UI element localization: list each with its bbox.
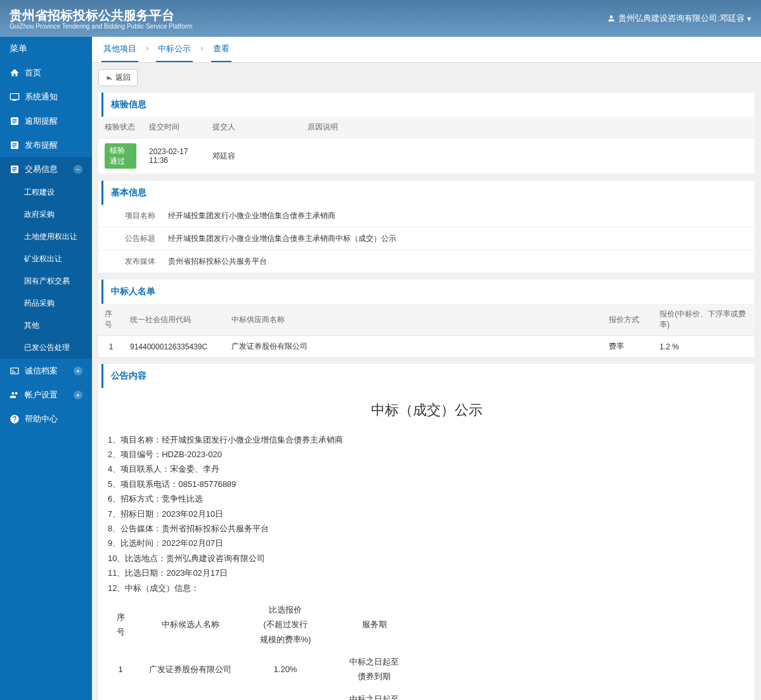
submenu-item-6[interactable]: 其他 [0,314,92,337]
app-title: 贵州省招标投标公共服务平台 [10,7,192,24]
info-row: 项目名称经开城投集团发行小微企业增信集合债券主承销商 [98,205,755,228]
sidebar: 菜单 首页系统通知逾期提醒发布提醒交易信息−工程建设政府采购土地使用权出让矿业权… [0,37,92,700]
submenu-item-5[interactable]: 药品采购 [0,292,92,314]
info-row: 公告标题经开城投集团发行小微企业增信集合债券主承销商中标（成交）公示 [98,228,755,250]
app-subtitle: GuiZhou Province Tendering and Bidding P… [10,23,192,30]
user-icon [607,14,616,23]
expand-icon: + [74,366,82,375]
announce-content: 中标（成交）公示 1、项目名称：经开城投集团发行小微企业增信集合债券主承销商2、… [98,388,755,700]
table-row: 191440000126335439C广发证券股份有限公司费率1.2 % [98,336,755,358]
sidebar-item-3[interactable]: 发布提醒 [0,133,92,157]
table-row: 1广发证券股份有限公司1.20%中标之日起至 债券到期 [108,651,425,688]
main-content: 其他项目›中标公示›查看 返回 核验信息 核验状态提交时间提交人原因说明 核验通… [92,37,761,700]
back-button[interactable]: 返回 [98,69,138,86]
users-icon [10,390,20,400]
panel-title-basic: 基本信息 [101,181,755,205]
verify-panel: 核验信息 核验状态提交时间提交人原因说明 核验通过 2023-02-17 11:… [98,93,755,174]
winners-panel: 中标人名单 序号统一社会信用代码中标供应商名称报价方式报价(中标价、下浮率或费率… [98,280,755,358]
home-icon [10,68,20,78]
basic-panel: 基本信息 项目名称经开城投集团发行小微企业增信集合债券主承销商公告标题经开城投集… [98,181,755,273]
announce-heading: 中标（成交）公示 [108,398,745,423]
reply-icon [105,74,113,82]
breadcrumb-item[interactable]: 其他项目 [101,37,138,62]
table-row: 2东方证券承销保荐有限公司1.20%中标之日起至 债券到期 [108,688,425,700]
sidebar-item-6[interactable]: 帐户设置+ [0,383,92,407]
breadcrumb-item[interactable]: 中标公示 [156,37,193,62]
user-menu[interactable]: 贵州弘典建设咨询有限公司:邓廷容 ▾ [607,13,751,24]
doc-icon [10,164,20,174]
submenu-item-4[interactable]: 国有产权交易 [0,270,92,292]
status-badge: 核验通过 [105,143,136,169]
breadcrumb-item[interactable]: 查看 [211,37,231,62]
sidebar-item-1[interactable]: 系统通知 [0,85,92,109]
doc-icon [10,116,20,126]
verify-table: 核验状态提交时间提交人原因说明 核验通过 2023-02-17 11:36 邓廷… [98,117,755,174]
sidebar-item-4[interactable]: 交易信息− [0,157,92,181]
panel-title-announce: 公告内容 [101,364,755,388]
expand-icon: − [74,165,82,174]
panel-title-verify: 核验信息 [101,93,755,117]
submenu-item-7[interactable]: 已发公告处理 [0,337,92,359]
submenu-item-2[interactable]: 土地使用权出让 [0,226,92,248]
sidebar-item-2[interactable]: 逾期提醒 [0,109,92,133]
submenu-item-3[interactable]: 矿业权出让 [0,248,92,270]
winners-table: 序号统一社会信用代码中标供应商名称报价方式报价(中标价、下浮率或费率) 1914… [98,304,755,358]
card-icon [10,366,20,376]
panel-title-winners: 中标人名单 [101,280,755,304]
info-row: 发布媒体贵州省招标投标公共服务平台 [98,250,755,273]
expand-icon: + [74,391,82,399]
result-table: 序号中标候选人名称比选报价 (不超过发行 规模的费率%)服务期 1广发证券股份有… [108,599,425,700]
submenu-item-0[interactable]: 工程建设 [0,181,92,204]
monitor-icon [10,92,20,102]
sidebar-item-0[interactable]: 首页 [0,61,92,85]
caret-down-icon: ▾ [747,14,751,23]
sidebar-item-5[interactable]: 诚信档案+ [0,359,92,383]
sidebar-item-7[interactable]: 帮助中心 [0,407,92,431]
help-icon [10,414,20,424]
app-header: 贵州省招标投标公共服务平台 GuiZhou Province Tendering… [0,0,761,37]
sidebar-title: 菜单 [0,37,92,61]
doc-icon [10,140,20,150]
announce-panel: 公告内容 中标（成交）公示 1、项目名称：经开城投集团发行小微企业增信集合债券主… [98,364,755,700]
breadcrumb: 其他项目›中标公示›查看 [92,37,761,63]
submenu-item-1[interactable]: 政府采购 [0,204,92,226]
